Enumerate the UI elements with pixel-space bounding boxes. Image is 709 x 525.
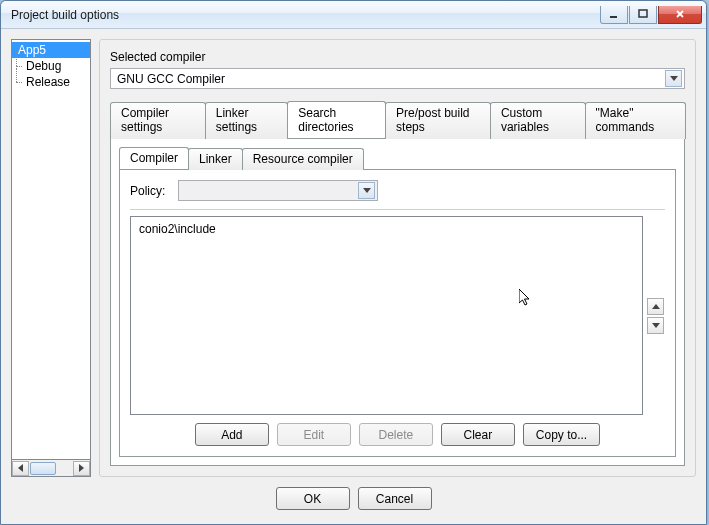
list-buttons: Add Edit Delete Clear Copy to... [130,423,665,446]
chevron-right-icon [79,464,84,472]
tab-linker-settings[interactable]: Linker settings [205,102,289,139]
selected-compiler-label: Selected compiler [110,50,685,64]
separator [130,209,665,210]
minimize-button[interactable] [600,6,628,24]
tree-item-app[interactable]: App5 [12,42,90,58]
tab-prepost-build-steps[interactable]: Pre/post build steps [385,102,491,139]
edit-button[interactable]: Edit [277,423,351,446]
cancel-button[interactable]: Cancel [358,487,432,510]
subtab-compiler[interactable]: Compiler [119,147,189,169]
target-tree[interactable]: App5 Debug Release [11,39,91,460]
scroll-right-button[interactable] [73,461,90,476]
scroll-thumb[interactable] [30,462,56,475]
tree-item-debug[interactable]: Debug [12,58,90,74]
directory-list-area: conio2\include [130,216,665,415]
sub-tabs: Compiler Linker Resource compiler [119,147,676,169]
target-tree-wrap: App5 Debug Release [11,39,91,477]
reorder-buttons [647,216,665,415]
compiler-combo-text: GNU GCC Compiler [117,72,665,86]
upper-area: App5 Debug Release Selected compiler GNU… [11,39,696,477]
subtab-resource-compiler[interactable]: Resource compiler [242,148,364,170]
dialog-window: Project build options App5 Debug Release [0,0,707,525]
dialog-buttons: OK Cancel [11,477,696,514]
ok-button[interactable]: OK [276,487,350,510]
tab-custom-variables[interactable]: Custom variables [490,102,586,139]
chevron-up-icon [652,304,660,309]
close-button[interactable] [658,6,702,24]
tree-horizontal-scrollbar[interactable] [11,460,91,477]
titlebar[interactable]: Project build options [1,1,706,29]
tab-compiler-settings[interactable]: Compiler settings [110,102,206,139]
chevron-down-icon [652,323,660,328]
main-tab-body: Compiler Linker Resource compiler Policy… [110,138,685,466]
move-down-button[interactable] [647,317,664,334]
directory-listbox[interactable]: conio2\include [130,216,643,415]
svg-rect-1 [639,10,647,17]
options-group: Selected compiler GNU GCC Compiler Compi… [99,39,696,477]
client-area: App5 Debug Release Selected compiler GNU… [1,29,706,524]
tab-search-directories[interactable]: Search directories [287,101,386,138]
svg-rect-0 [610,16,617,18]
scroll-left-button[interactable] [12,461,29,476]
move-up-button[interactable] [647,298,664,315]
copy-to-button[interactable]: Copy to... [523,423,600,446]
chevron-down-icon [363,188,371,193]
compiler-combo-button[interactable] [665,70,682,87]
right-pane: Selected compiler GNU GCC Compiler Compi… [99,39,696,477]
delete-button[interactable]: Delete [359,423,433,446]
tab-make-commands[interactable]: "Make" commands [585,102,686,139]
chevron-down-icon [670,76,678,81]
clear-button[interactable]: Clear [441,423,515,446]
window-buttons [600,6,702,24]
sub-tab-body: Policy: [119,169,676,457]
list-item[interactable]: conio2\include [137,221,636,237]
maximize-button[interactable] [629,6,657,24]
tree-item-release[interactable]: Release [12,74,90,90]
subtab-linker[interactable]: Linker [188,148,243,170]
policy-label: Policy: [130,184,172,198]
window-title: Project build options [11,8,600,22]
policy-combo-button[interactable] [358,182,375,199]
add-button[interactable]: Add [195,423,269,446]
compiler-combo[interactable]: GNU GCC Compiler [110,68,685,89]
policy-combo[interactable] [178,180,378,201]
main-tabs: Compiler settings Linker settings Search… [110,101,685,138]
chevron-left-icon [18,464,23,472]
policy-row: Policy: [130,180,665,201]
